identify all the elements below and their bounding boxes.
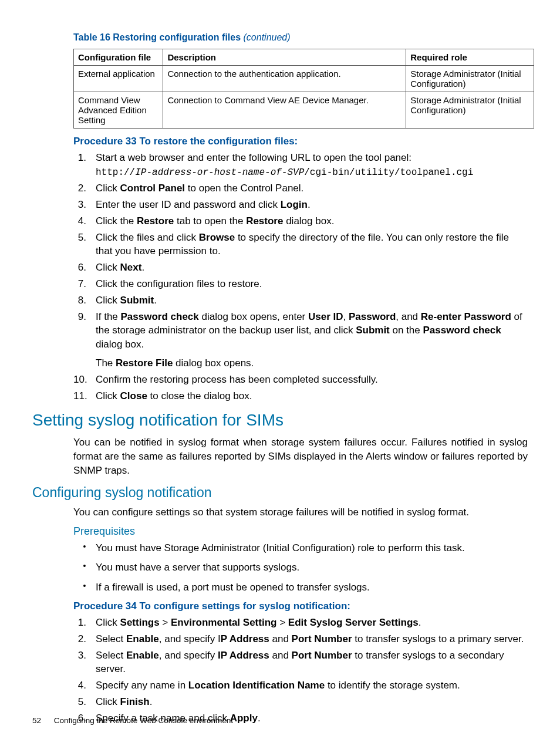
table-row: External application Connection to the a… xyxy=(74,66,534,92)
heading-setting-syslog: Setting syslog notification for SIMs xyxy=(32,411,528,430)
th-required-role: Required role xyxy=(406,49,534,66)
config-table: Configuration file Description Required … xyxy=(73,49,534,129)
th-config-file: Configuration file xyxy=(74,49,163,66)
procedure-33-title: Procedure 33 To restore the configuratio… xyxy=(73,136,528,147)
prerequisites-list: •You must have Storage Administrator (In… xyxy=(73,541,528,595)
page-footer: 52 Configuring the Remote Web Console en… xyxy=(32,716,233,725)
heading-configuring-syslog: Configuring syslog notification xyxy=(32,485,528,501)
paragraph: You can configure settings so that syste… xyxy=(73,505,528,519)
footer-text: Configuring the Remote Web Console envir… xyxy=(54,716,233,725)
procedure-33-list: 1.Start a web browser and enter the foll… xyxy=(73,151,528,403)
page-number: 52 xyxy=(32,716,41,725)
heading-prerequisites: Prerequisites xyxy=(73,525,528,538)
procedure-34-title: Procedure 34 To configure settings for s… xyxy=(73,600,528,612)
table-caption: Table 16 Restoring configuration files (… xyxy=(73,32,528,43)
procedure-34-list: 1.Click Settings > Environmental Setting… xyxy=(73,616,528,725)
table-row: Command View Advanced Edition Setting Co… xyxy=(74,92,534,129)
th-description: Description xyxy=(163,49,406,66)
paragraph: You can be notified in syslog format whe… xyxy=(73,436,528,477)
